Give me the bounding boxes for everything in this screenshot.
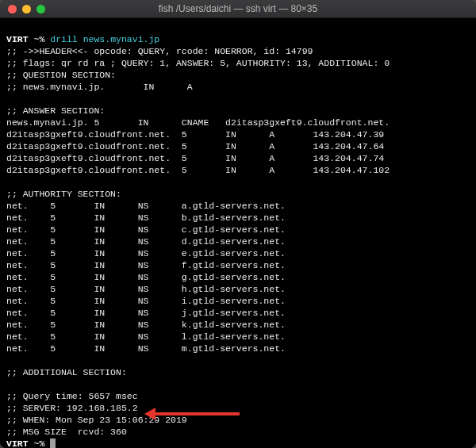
terminal-window: fish /Users/daichi — ssh virt — 80×35 VI…	[0, 0, 476, 448]
window-title: fish /Users/daichi — ssh virt — 80×35	[6, 3, 470, 14]
prompt-sep: ~%	[34, 438, 45, 448]
authority-row: net. 5 IN NS l.gtld-servers.net.	[6, 331, 286, 342]
answer-row: news.mynavi.jp. 5 IN CNAME d2itasp3gxeft…	[6, 117, 390, 128]
authority-row: net. 5 IN NS j.gtld-servers.net.	[6, 308, 286, 318]
header-line-1: ;; ->>HEADER<<- opcode: QUERY, rcode: NO…	[6, 46, 313, 56]
answer-row: d2itasp3gxeft9.cloudfront.net. 5 IN A 14…	[6, 165, 390, 175]
titlebar[interactable]: fish /Users/daichi — ssh virt — 80×35	[0, 0, 476, 18]
header-line-2: ;; flags: qr rd ra ; QUERY: 1, ANSWER: 5…	[6, 58, 390, 68]
zoom-icon[interactable]	[36, 5, 45, 13]
terminal-body[interactable]: VIRT ~% drill news.mynavi.jp ;; ->>HEADE…	[0, 18, 476, 448]
prompt-line: VIRT ~% drill news.mynavi.jp	[6, 34, 159, 44]
prompt-host: VIRT	[6, 34, 29, 44]
authority-row: net. 5 IN NS f.gtld-servers.net.	[6, 260, 286, 270]
annotation-arrow-icon	[144, 409, 240, 419]
answer-row: d2itasp3gxeft9.cloudfront.net. 5 IN A 14…	[6, 129, 384, 140]
minimize-icon[interactable]	[22, 5, 31, 13]
prompt-host: VIRT	[6, 438, 29, 448]
prompt-sep: ~%	[34, 34, 45, 44]
authority-row: net. 5 IN NS k.gtld-servers.net.	[6, 320, 286, 330]
authority-row: net. 5 IN NS b.gtld-servers.net.	[6, 213, 286, 223]
question-row: ;; news.mynavi.jp. IN A	[6, 82, 193, 92]
authority-row: net. 5 IN NS c.gtld-servers.net.	[6, 224, 286, 235]
authority-title: ;; AUTHORITY SECTION:	[6, 189, 121, 199]
answer-row: d2itasp3gxeft9.cloudfront.net. 5 IN A 14…	[6, 141, 384, 151]
authority-row: net. 5 IN NS h.gtld-servers.net.	[6, 284, 286, 294]
prompt-line: VIRT ~%	[6, 438, 56, 448]
footer-server: ;; SERVER: 192.168.185.2	[6, 403, 138, 413]
question-title: ;; QUESTION SECTION:	[6, 70, 116, 80]
footer-msg-size: ;; MSG SIZE rcvd: 360	[6, 427, 127, 437]
footer-query-time: ;; Query time: 5657 msec	[6, 391, 138, 401]
command-arg: news.mynavi.jp	[83, 34, 160, 44]
additional-title: ;; ADDITIONAL SECTION:	[6, 367, 127, 377]
close-icon[interactable]	[8, 5, 17, 13]
command-name: drill	[50, 34, 78, 44]
authority-row: net. 5 IN NS m.gtld-servers.net.	[6, 343, 286, 354]
authority-row: net. 5 IN NS i.gtld-servers.net.	[6, 296, 286, 306]
answer-row: d2itasp3gxeft9.cloudfront.net. 5 IN A 14…	[6, 153, 384, 163]
cursor-icon	[50, 438, 56, 448]
answer-title: ;; ANSWER SECTION:	[6, 105, 105, 116]
traffic-lights	[8, 5, 45, 13]
authority-row: net. 5 IN NS a.gtld-servers.net.	[6, 201, 286, 211]
authority-row: net. 5 IN NS g.gtld-servers.net.	[6, 272, 286, 282]
authority-row: net. 5 IN NS e.gtld-servers.net.	[6, 248, 286, 258]
authority-row: net. 5 IN NS d.gtld-servers.net.	[6, 236, 286, 247]
